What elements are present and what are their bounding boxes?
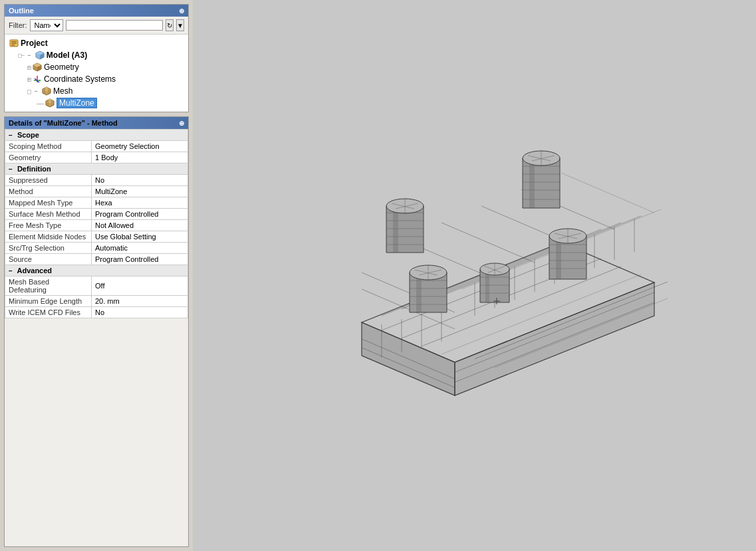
property-name: Mapped Mesh Type <box>5 197 92 209</box>
model-icon <box>35 50 45 60</box>
model-connector: □— <box>18 52 24 58</box>
multizone-icon <box>45 98 55 108</box>
table-row: Mesh Based Defeaturing Off <box>5 276 188 296</box>
mesh-expand[interactable]: − <box>32 87 40 95</box>
details-title-bar: Details of "MultiZone" - Method ⊕ <box>5 117 188 129</box>
section-toggle[interactable]: − <box>9 267 13 275</box>
property-name: Surface Mesh Method <box>5 209 92 220</box>
geometry-connector: ⊞ <box>27 64 31 71</box>
cylinder-back-left <box>386 199 424 253</box>
table-row: Surface Mesh Method Program Controlled <box>5 209 188 220</box>
svg-rect-82 <box>529 158 535 208</box>
mesh-label: Mesh <box>53 86 72 96</box>
property-name: Method <box>5 186 92 197</box>
table-row: Scoping Method Geometry Selection <box>5 141 188 152</box>
left-panel: Outline ⊕ Filter: Name ↻ ▼ <box>0 0 193 551</box>
property-name: Minimum Edge Length <box>5 296 92 307</box>
table-row: Source Program Controlled <box>5 254 188 265</box>
filter-label: Filter: <box>9 21 27 29</box>
property-name: Source <box>5 254 92 265</box>
cylinder-center <box>480 263 509 302</box>
table-row: Mapped Mesh Type Hexa <box>5 197 188 209</box>
section-toggle[interactable]: − <box>9 132 13 139</box>
svg-rect-1 <box>11 41 17 43</box>
section-header-advanced[interactable]: − Advanced <box>5 265 188 276</box>
cylinder-back-right <box>523 151 560 208</box>
property-name: Free Mesh Type <box>5 220 92 231</box>
svg-line-37 <box>441 223 535 263</box>
coordinate-icon <box>32 74 43 84</box>
viewport: .face-top { fill: #c8c8c8; } .face-front… <box>193 0 756 551</box>
model-expand[interactable]: − <box>25 51 33 59</box>
property-name: Element Midside Nodes <box>5 231 92 243</box>
table-row: Free Mesh Type Not Allowed <box>5 220 188 231</box>
property-value[interactable]: Hexa <box>92 197 188 209</box>
details-pin-icon[interactable]: ⊕ <box>179 120 184 127</box>
coordinate-label: Coordinate Systems <box>44 74 116 84</box>
section-name: Definition <box>17 165 51 173</box>
property-value[interactable]: 20. mm <box>92 296 188 307</box>
tree-container: Project □— − Model (A3) ⊞ <box>5 35 188 112</box>
property-name: Src/Trg Selection <box>5 243 92 254</box>
geometry-label: Geometry <box>44 62 79 72</box>
filter-select[interactable]: Name <box>30 19 63 31</box>
section-name: Advanced <box>17 267 53 275</box>
property-name: Geometry <box>5 152 92 164</box>
mesh-connector: □ <box>27 88 31 95</box>
tree-item-geometry[interactable]: ⊞ Geometry <box>27 61 184 73</box>
property-name: Scoping Method <box>5 141 92 152</box>
mesh-icon <box>41 86 52 96</box>
tree-item-mesh[interactable]: □ − Mesh <box>27 85 184 97</box>
section-toggle[interactable]: − <box>9 165 13 173</box>
project-label: Project <box>21 39 48 48</box>
property-name: Mesh Based Defeaturing <box>5 276 92 296</box>
property-value[interactable]: No <box>92 307 188 318</box>
tree-item-project[interactable]: Project <box>9 37 184 49</box>
property-value[interactable]: Not Allowed <box>92 220 188 231</box>
pin-icon[interactable]: ⊕ <box>179 7 184 15</box>
property-value[interactable]: 1 Body <box>92 152 188 164</box>
refresh-button[interactable]: ↻ <box>166 19 174 31</box>
multizone-connector: —— <box>37 100 43 107</box>
outline-panel: Outline ⊕ Filter: Name ↻ ▼ <box>4 4 189 112</box>
table-row: Write ICEM CFD Files No <box>5 307 188 318</box>
outline-title-bar: Outline ⊕ <box>5 5 188 17</box>
section-name: Scope <box>17 131 39 139</box>
property-value[interactable]: Program Controlled <box>92 254 188 265</box>
property-value[interactable]: Use Global Setting <box>92 231 188 243</box>
property-value[interactable]: Automatic <box>92 243 188 254</box>
property-name: Write ICEM CFD Files <box>5 307 92 318</box>
tree-item-model[interactable]: □— − Model (A3) <box>18 49 184 61</box>
table-row: Src/Trg Selection Automatic <box>5 243 188 254</box>
tree-item-multizone[interactable]: —— MultiZone <box>37 97 184 109</box>
svg-line-40 <box>561 173 654 213</box>
filter-input[interactable] <box>66 20 163 31</box>
table-row: Geometry 1 Body <box>5 152 188 164</box>
details-panel: Details of "MultiZone" - Method ⊕ − Scop… <box>4 116 189 547</box>
svg-rect-3 <box>11 45 15 46</box>
property-value[interactable]: Program Controlled <box>92 209 188 220</box>
property-value[interactable]: MultiZone <box>92 186 188 197</box>
cylinder-front-left <box>410 265 447 312</box>
table-row: Minimum Edge Length 20. mm <box>5 296 188 307</box>
project-icon <box>9 38 19 49</box>
property-value[interactable]: Geometry Selection <box>92 141 188 152</box>
tree-item-coordinates[interactable]: ⊞ Coordinate Systems <box>27 73 184 85</box>
property-name: Suppressed <box>5 175 92 186</box>
geometry-icon <box>32 62 43 72</box>
details-title: Details of "MultiZone" - Method <box>9 119 118 127</box>
table-row: Element Midside Nodes Use Global Setting <box>5 231 188 243</box>
outline-title: Outline <box>9 7 34 15</box>
section-header-definition[interactable]: − Definition <box>5 164 188 175</box>
cylinder-front-right <box>549 229 586 279</box>
filter-options-button[interactable]: ▼ <box>176 19 184 31</box>
section-header-scope[interactable]: − Scope <box>5 130 188 141</box>
property-value[interactable]: Off <box>92 276 188 296</box>
table-row: Method MultiZone <box>5 186 188 197</box>
filter-bar: Filter: Name ↻ ▼ <box>5 17 188 35</box>
property-value[interactable]: No <box>92 175 188 186</box>
svg-rect-2 <box>11 43 17 45</box>
coordinates-connector: ⊞ <box>27 76 31 83</box>
mesh-visualization: .face-top { fill: #c8c8c8; } .face-front… <box>282 110 668 442</box>
multizone-label: MultiZone <box>57 98 97 108</box>
